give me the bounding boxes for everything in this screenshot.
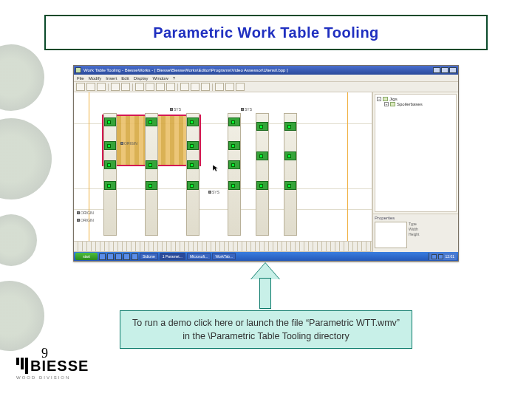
arrow-up-icon [251, 263, 279, 309]
background-decoration [0, 0, 61, 399]
properties-title: Properties [375, 216, 457, 220]
clamp[interactable] [256, 151, 268, 160]
toolbar-button[interactable] [225, 83, 234, 91]
cursor-icon [213, 165, 219, 172]
toolbar-button[interactable] [97, 83, 106, 91]
quicklaunch-icon[interactable] [107, 253, 114, 260]
application-window: Work Table Tooling - BiesseWorks - [ Bie… [73, 65, 459, 262]
clock: 12:01 [445, 254, 454, 259]
menu-edit[interactable]: Edit [121, 76, 129, 81]
properties-panel: Properties Type Width Height [373, 214, 458, 252]
table-rail[interactable] [103, 113, 117, 236]
canvas-label: SYS [245, 107, 252, 112]
clamp[interactable] [228, 160, 240, 169]
toolbar-button[interactable] [135, 83, 144, 91]
clamp[interactable] [228, 141, 240, 150]
clamp[interactable] [104, 160, 116, 169]
slide-title: Parametric Work Table Tooling [153, 24, 379, 41]
tree-item[interactable]: + Spoilerbases [384, 102, 454, 106]
canvas-area[interactable]: SYS SYS SYS ORIGIN ORIGIN ORIGIN /*ticks… [74, 92, 372, 252]
menu-window[interactable]: Window [152, 76, 168, 81]
canvas-label: SYS [212, 190, 219, 194]
clamp[interactable] [228, 117, 240, 126]
app-icon [75, 67, 81, 73]
quicklaunch-icon[interactable] [115, 253, 122, 260]
system-tray[interactable]: 12:01 [429, 253, 457, 260]
toolbar-button[interactable] [215, 83, 224, 91]
clamp[interactable] [256, 181, 268, 190]
slide-title-box: Parametric Work Table Tooling [44, 15, 488, 50]
taskbar: start Sidione 1 Paramet... Microsoft... … [74, 252, 458, 261]
menu-help[interactable]: ? [173, 76, 175, 81]
clamp[interactable] [187, 160, 199, 169]
clamp[interactable] [187, 181, 199, 190]
canvas-label: SYS [174, 107, 181, 112]
start-button[interactable]: start [75, 253, 98, 260]
table-rail[interactable] [284, 113, 297, 236]
brand-subtitle: WOOD DIVISION [16, 375, 89, 380]
quicklaunch-icon[interactable] [132, 253, 138, 260]
menu-file[interactable]: File [77, 76, 84, 81]
clamp[interactable] [104, 181, 116, 190]
table-rail[interactable] [145, 113, 158, 236]
brand-logo: BIESSE WOOD DIVISION [16, 358, 89, 380]
clamp[interactable] [284, 181, 296, 190]
clamp[interactable] [284, 122, 296, 131]
taskbar-item[interactable]: 1 Paramet... [160, 253, 185, 260]
maximize-button[interactable] [441, 67, 449, 73]
taskbar-item[interactable]: Sidione [140, 253, 158, 260]
table-rail[interactable] [228, 113, 241, 236]
tree-view[interactable]: - Jigs + Spoilerbases [375, 94, 457, 212]
menu-bar: File Modify Insert Edit Display Window ? [74, 75, 458, 82]
origin-label: ORIGIN [124, 141, 137, 146]
table-rail[interactable] [256, 113, 269, 236]
tree-label: Jigs [389, 97, 398, 101]
clamp[interactable] [284, 151, 296, 160]
toolbar-button[interactable] [76, 83, 85, 91]
quicklaunch-icon[interactable] [99, 253, 106, 260]
clamp[interactable] [104, 141, 116, 150]
taskbar-item[interactable]: Microsoft... [187, 253, 211, 260]
toolbar-button[interactable] [180, 83, 189, 91]
toolbar-button[interactable] [166, 83, 175, 91]
toolbar-button[interactable] [111, 83, 120, 91]
toolbar-button[interactable] [146, 83, 154, 91]
toolbar-button[interactable] [156, 83, 165, 91]
field-label: Height [409, 232, 423, 236]
field-label: Width [409, 227, 423, 231]
toolbar [74, 82, 458, 92]
side-panel: - Jigs + Spoilerbases Properties Type Wi… [372, 92, 458, 252]
toolbar-button[interactable] [201, 83, 210, 91]
close-button[interactable] [449, 67, 457, 73]
field-label: Type [409, 222, 423, 226]
menu-display[interactable]: Display [134, 76, 149, 81]
brand-name: BIESSE [30, 358, 89, 375]
tree-label: Spoilerbases [397, 102, 423, 106]
preview-swatch [375, 222, 407, 248]
demo-caption: To run a demo click here or launch the f… [128, 316, 404, 343]
menu-insert[interactable]: Insert [106, 76, 117, 81]
toolbar-button[interactable] [86, 83, 95, 91]
menu-modify[interactable]: Modify [89, 76, 102, 81]
clamp[interactable] [187, 141, 199, 150]
window-titlebar: Work Table Tooling - BiesseWorks - [ Bie… [74, 66, 458, 75]
table-rail[interactable] [186, 113, 200, 236]
quicklaunch-icon[interactable] [123, 253, 130, 260]
window-title: Work Table Tooling - BiesseWorks - [ Bie… [83, 68, 433, 72]
toolbar-button[interactable] [191, 83, 200, 91]
demo-caption-box[interactable]: To run a demo click here or launch the f… [120, 310, 412, 349]
clamp[interactable] [256, 122, 268, 131]
clamp[interactable] [146, 160, 157, 169]
toolbar-button[interactable] [121, 83, 130, 91]
origin-label: ORIGIN [81, 218, 94, 222]
tree-item[interactable]: - Jigs [377, 97, 454, 101]
clamp[interactable] [104, 117, 116, 126]
origin-label: ORIGIN [81, 211, 94, 215]
clamp[interactable] [187, 117, 199, 126]
clamp[interactable] [228, 181, 240, 190]
toolbar-button[interactable] [236, 83, 245, 91]
minimize-button[interactable] [433, 67, 440, 73]
clamp[interactable] [146, 117, 157, 126]
taskbar-item[interactable]: WorkTab... [212, 253, 236, 260]
clamp[interactable] [146, 181, 157, 190]
